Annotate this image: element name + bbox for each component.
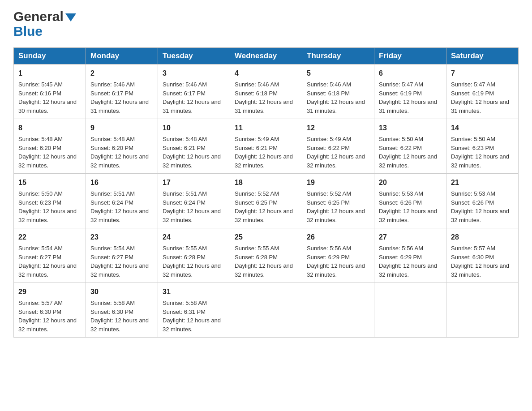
calendar-week-row: 15 Sunrise: 5:50 AM Sunset: 6:23 PM Dayl… xyxy=(14,174,519,228)
daylight-text: Daylight: 12 hours and 32 minutes. xyxy=(163,208,221,223)
day-number: 20 xyxy=(379,177,442,188)
calendar-cell: 13 Sunrise: 5:50 AM Sunset: 6:22 PM Dayl… xyxy=(374,119,446,174)
day-number: 12 xyxy=(307,123,369,133)
sunrise-text: Sunrise: 5:56 AM xyxy=(307,245,351,252)
day-number: 31 xyxy=(163,287,225,297)
daylight-text: Daylight: 12 hours and 31 minutes. xyxy=(235,98,293,114)
calendar-cell: 3 Sunrise: 5:46 AM Sunset: 6:17 PM Dayli… xyxy=(158,64,230,119)
sunset-text: Sunset: 6:26 PM xyxy=(379,199,422,206)
daylight-text: Daylight: 12 hours and 32 minutes. xyxy=(163,153,221,169)
day-number: 28 xyxy=(451,232,514,243)
day-number: 5 xyxy=(307,68,369,79)
day-number: 8 xyxy=(18,123,81,133)
daylight-text: Daylight: 12 hours and 32 minutes. xyxy=(307,262,365,278)
weekday-header-row: SundayMondayTuesdayWednesdayThursdayFrid… xyxy=(14,48,519,64)
day-number: 21 xyxy=(451,177,514,188)
sunset-text: Sunset: 6:20 PM xyxy=(18,145,61,151)
day-number: 19 xyxy=(307,177,369,188)
sunrise-text: Sunrise: 5:49 AM xyxy=(307,136,351,142)
calendar-cell xyxy=(446,283,519,338)
daylight-text: Daylight: 12 hours and 30 minutes. xyxy=(18,98,77,114)
day-number: 10 xyxy=(163,123,225,133)
day-number: 11 xyxy=(235,123,297,133)
sunrise-text: Sunrise: 5:57 AM xyxy=(451,245,495,252)
weekday-header-thursday: Thursday xyxy=(302,48,374,64)
weekday-header-saturday: Saturday xyxy=(446,48,519,64)
daylight-text: Daylight: 12 hours and 32 minutes. xyxy=(18,208,77,223)
sunset-text: Sunset: 6:27 PM xyxy=(90,254,133,261)
sunrise-text: Sunrise: 5:47 AM xyxy=(379,81,423,88)
daylight-text: Daylight: 12 hours and 32 minutes. xyxy=(235,208,293,223)
daylight-text: Daylight: 12 hours and 31 minutes. xyxy=(163,98,221,114)
day-number: 16 xyxy=(90,177,153,188)
weekday-header-tuesday: Tuesday xyxy=(158,48,230,64)
calendar-cell: 31 Sunrise: 5:58 AM Sunset: 6:31 PM Dayl… xyxy=(158,283,230,338)
calendar-cell: 29 Sunrise: 5:57 AM Sunset: 6:30 PM Dayl… xyxy=(14,283,86,338)
sunrise-text: Sunrise: 5:51 AM xyxy=(90,190,135,197)
daylight-text: Daylight: 12 hours and 32 minutes. xyxy=(307,153,365,169)
sunrise-text: Sunrise: 5:54 AM xyxy=(18,245,63,252)
sunrise-text: Sunrise: 5:55 AM xyxy=(235,245,279,252)
sunrise-text: Sunrise: 5:48 AM xyxy=(18,136,63,142)
sunrise-text: Sunrise: 5:49 AM xyxy=(235,136,279,142)
day-number: 13 xyxy=(379,123,442,133)
day-number: 6 xyxy=(379,68,442,79)
day-number: 25 xyxy=(235,232,297,243)
sunrise-text: Sunrise: 5:54 AM xyxy=(90,245,135,252)
sunset-text: Sunset: 6:25 PM xyxy=(307,199,350,206)
daylight-text: Daylight: 12 hours and 32 minutes. xyxy=(90,262,149,278)
sunrise-text: Sunrise: 5:48 AM xyxy=(90,136,135,142)
daylight-text: Daylight: 12 hours and 32 minutes. xyxy=(18,153,77,169)
sunset-text: Sunset: 6:23 PM xyxy=(451,145,494,151)
calendar-cell: 20 Sunrise: 5:53 AM Sunset: 6:26 PM Dayl… xyxy=(374,174,446,228)
calendar-cell: 27 Sunrise: 5:56 AM Sunset: 6:29 PM Dayl… xyxy=(374,228,446,283)
daylight-text: Daylight: 12 hours and 32 minutes. xyxy=(90,153,149,169)
sunrise-text: Sunrise: 5:52 AM xyxy=(235,190,279,197)
sunset-text: Sunset: 6:27 PM xyxy=(18,254,61,261)
sunrise-text: Sunrise: 5:53 AM xyxy=(451,190,495,197)
sunset-text: Sunset: 6:17 PM xyxy=(90,90,133,97)
day-number: 30 xyxy=(90,287,153,297)
daylight-text: Daylight: 12 hours and 32 minutes. xyxy=(90,317,149,333)
calendar-cell: 14 Sunrise: 5:50 AM Sunset: 6:23 PM Dayl… xyxy=(446,119,519,174)
daylight-text: Daylight: 12 hours and 32 minutes. xyxy=(307,208,365,223)
day-number: 29 xyxy=(18,287,81,297)
sunrise-text: Sunrise: 5:46 AM xyxy=(307,81,351,88)
sunset-text: Sunset: 6:21 PM xyxy=(235,145,278,151)
sunset-text: Sunset: 6:30 PM xyxy=(90,308,133,315)
daylight-text: Daylight: 12 hours and 32 minutes. xyxy=(90,208,149,223)
calendar-cell: 4 Sunrise: 5:46 AM Sunset: 6:18 PM Dayli… xyxy=(230,64,302,119)
daylight-text: Daylight: 12 hours and 32 minutes. xyxy=(163,262,221,278)
sunset-text: Sunset: 6:24 PM xyxy=(163,199,206,206)
sunset-text: Sunset: 6:28 PM xyxy=(235,254,278,261)
day-number: 22 xyxy=(18,232,81,243)
calendar-week-row: 29 Sunrise: 5:57 AM Sunset: 6:30 PM Dayl… xyxy=(14,283,519,338)
calendar-table: SundayMondayTuesdayWednesdayThursdayFrid… xyxy=(13,47,519,338)
calendar-cell: 30 Sunrise: 5:58 AM Sunset: 6:30 PM Dayl… xyxy=(86,283,158,338)
day-number: 17 xyxy=(163,177,225,188)
logo-general-text: General xyxy=(13,9,64,24)
day-number: 18 xyxy=(235,177,297,188)
calendar-cell: 19 Sunrise: 5:52 AM Sunset: 6:25 PM Dayl… xyxy=(302,174,374,228)
day-number: 23 xyxy=(90,232,153,243)
sunset-text: Sunset: 6:19 PM xyxy=(451,90,494,97)
calendar-cell xyxy=(302,283,374,338)
sunrise-text: Sunrise: 5:50 AM xyxy=(18,190,63,197)
logo-triangle-icon xyxy=(65,13,76,21)
calendar-cell: 21 Sunrise: 5:53 AM Sunset: 6:26 PM Dayl… xyxy=(446,174,519,228)
sunset-text: Sunset: 6:20 PM xyxy=(90,145,133,151)
sunset-text: Sunset: 6:23 PM xyxy=(18,199,61,206)
calendar-cell: 10 Sunrise: 5:48 AM Sunset: 6:21 PM Dayl… xyxy=(158,119,230,174)
calendar-cell: 24 Sunrise: 5:55 AM Sunset: 6:28 PM Dayl… xyxy=(158,228,230,283)
sunset-text: Sunset: 6:19 PM xyxy=(379,90,422,97)
weekday-header-sunday: Sunday xyxy=(14,48,86,64)
page-header: General Blue xyxy=(13,9,519,39)
sunset-text: Sunset: 6:30 PM xyxy=(18,308,61,315)
calendar-cell: 1 Sunrise: 5:45 AM Sunset: 6:16 PM Dayli… xyxy=(14,64,86,119)
daylight-text: Daylight: 12 hours and 31 minutes. xyxy=(90,98,149,114)
calendar-cell: 6 Sunrise: 5:47 AM Sunset: 6:19 PM Dayli… xyxy=(374,64,446,119)
weekday-header-friday: Friday xyxy=(374,48,446,64)
day-number: 24 xyxy=(163,232,225,243)
day-number: 9 xyxy=(90,123,153,133)
daylight-text: Daylight: 12 hours and 32 minutes. xyxy=(235,153,293,169)
